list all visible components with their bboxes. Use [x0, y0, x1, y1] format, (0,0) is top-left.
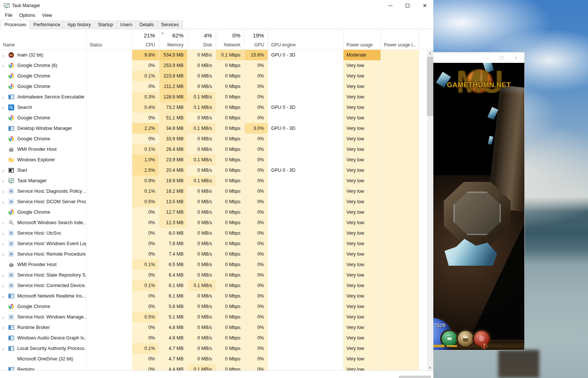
table-row[interactable]: ›Google Chrome0%51.1 MB0 MB/s0 Mbps0%Ver… — [0, 113, 427, 123]
expand-chevron-icon[interactable]: › — [2, 272, 8, 278]
expand-chevron-icon[interactable]: › — [2, 346, 8, 351]
table-row[interactable]: ›Antimalware Service Executable0.3%128.8… — [0, 92, 427, 102]
expand-chevron-icon[interactable]: › — [2, 241, 8, 247]
tab-services[interactable]: Services — [157, 21, 183, 29]
column-header-gpu-engine[interactable]: GPU engine — [268, 29, 343, 49]
close-button[interactable]: ✕ — [416, 0, 433, 11]
column-header-power-usage[interactable]: Power usage — [343, 29, 381, 49]
menu-view[interactable]: View — [39, 13, 55, 18]
table-row[interactable]: ›Microsoft Network Realtime Ins...0%6.1 … — [0, 291, 427, 301]
menu-options[interactable]: Options — [16, 13, 39, 18]
expand-chevron-icon[interactable]: › — [2, 168, 8, 173]
expand-chevron-icon[interactable]: › — [2, 178, 8, 184]
expand-chevron-icon[interactable]: › — [2, 105, 8, 110]
cell-name[interactable]: ›Search — [0, 102, 86, 113]
game-quest-button[interactable] — [442, 331, 457, 347]
scroll-down-icon[interactable]: ∨ — [427, 364, 433, 371]
table-row[interactable]: ›Service Host: Windows Manage...0.5%5.1 … — [0, 312, 427, 322]
expand-chevron-icon[interactable]: › — [2, 63, 8, 68]
table-row[interactable]: ›Google Chrome0%33.9 MB0 MB/s0 Mbps0%Ver… — [0, 134, 427, 144]
cell-name[interactable]: ›Start — [0, 165, 86, 176]
cell-name[interactable]: ›Service Host: Diagnostic Policy ... — [0, 186, 86, 196]
expand-chevron-icon[interactable]: › — [2, 199, 8, 205]
table-row[interactable]: ›Windows Explorer1.0%23.9 MB0.1 MB/s0 Mb… — [0, 155, 427, 165]
expand-chevron-icon[interactable]: › — [2, 325, 8, 330]
table-row[interactable]: ›Microsoft OneDrive (32 bit)0%4.7 MB0 MB… — [0, 354, 427, 364]
cell-name[interactable]: ›Google Chrome — [0, 81, 86, 92]
cell-name[interactable]: ›Runtime Broker — [0, 322, 86, 333]
expand-chevron-icon[interactable]: › — [2, 52, 8, 58]
vertical-scrollbar[interactable]: ∧ ∨ — [427, 50, 433, 371]
cell-name[interactable]: ›Microsoft OneDrive (32 bit) — [0, 354, 86, 364]
table-row[interactable]: ›Service Host: UtcSvc0%8.0 MB0 MB/s0 Mbp… — [0, 228, 427, 238]
expand-chevron-icon[interactable]: › — [2, 231, 8, 236]
table-row[interactable]: ›MUmain (32 bit)9.8%534.5 MB0 MB/s0.1 Mb… — [0, 50, 427, 60]
table-row[interactable]: ›Search0.4%73.2 MB0.1 MB/s0 Mbps0%GPU 0 … — [0, 102, 427, 113]
table-row[interactable]: ›Service Host: Windows Event Log0%7.8 MB… — [0, 238, 427, 249]
table-row[interactable]: ›Google Chrome0%12.7 MB0 MB/s0 Mbps0%Ver… — [0, 207, 427, 217]
table-row[interactable]: ›Service Host: DCOM Server Proc...0.5%13… — [0, 196, 427, 207]
table-row[interactable]: ›Start2.5%20.4 MB0 MB/s0 Mbps0%GPU 0 - 3… — [0, 165, 427, 176]
cell-name[interactable]: ›Google Chrome — [0, 301, 86, 312]
cell-name[interactable]: ›Windows Audio Device Graph Is... — [0, 333, 86, 343]
cell-name[interactable]: ›Google Chrome — [0, 207, 86, 217]
cell-name[interactable]: ›Antimalware Service Executable — [0, 92, 86, 102]
column-header-power-usage-trend[interactable]: Power usage t... — [381, 29, 419, 49]
expand-chevron-icon[interactable]: › — [2, 293, 8, 299]
cell-name[interactable]: ›Registry — [0, 364, 86, 371]
table-row[interactable]: ›Task Manager0.9%19.9 MB0.1 MB/s0 Mbps0%… — [0, 176, 427, 186]
game-minimize-button[interactable]: – — [480, 52, 494, 63]
table-row[interactable]: ›Desktop Window Manager2.2%34.8 MB0.1 MB… — [0, 123, 427, 134]
expand-chevron-icon[interactable]: › — [2, 220, 8, 226]
titlebar[interactable]: Task Manager ✕ — [0, 0, 433, 11]
cell-name[interactable]: ›WMI Provider Host — [0, 259, 86, 270]
cell-name[interactable]: ›Service Host: Windows Manage... — [0, 312, 86, 322]
table-row[interactable]: ›Local Security Authority Process...0.1%… — [0, 343, 427, 354]
tab-processes[interactable]: Processes — [1, 20, 30, 29]
table-row[interactable]: ›Service Host: Diagnostic Policy ...0.1%… — [0, 186, 427, 196]
tab-details[interactable]: Details — [136, 21, 157, 29]
column-header-name[interactable]: Name — [0, 29, 86, 49]
column-header-status[interactable]: Status — [86, 29, 132, 49]
game-maximize-button[interactable] — [494, 52, 509, 63]
scroll-up-icon[interactable]: ∧ — [427, 50, 433, 56]
game-close-button[interactable]: × — [509, 52, 523, 63]
minimize-button[interactable] — [382, 0, 399, 11]
cell-name[interactable]: ›Service Host: DCOM Server Proc... — [0, 196, 86, 207]
cell-name[interactable]: ›Local Security Authority Process... — [0, 343, 86, 354]
column-header-gpu[interactable]: 19%GPU — [244, 29, 268, 49]
cell-name[interactable]: ›Google Chrome — [0, 113, 86, 123]
expand-chevron-icon[interactable]: › — [2, 94, 8, 100]
table-row[interactable]: ›Google Chrome0.1%223.8 MB0 MB/s0 Mbps0%… — [0, 71, 427, 81]
cell-name[interactable]: ›Task Manager — [0, 176, 86, 186]
table-row[interactable]: ›Registry0%4.4 MB0.1 MB/s0 Mbps0%Very lo… — [0, 364, 427, 371]
table-row[interactable]: ›Service Host: Connected Device...0.1%6.… — [0, 280, 427, 291]
table-row[interactable]: ›Google Chrome0%211.2 MB0 MB/s0 Mbps0%Ve… — [0, 81, 427, 92]
cell-name[interactable]: ›Service Host: Connected Device... — [0, 280, 86, 291]
column-header-network[interactable]: 0%Network — [216, 29, 244, 49]
table-row[interactable]: ›WMI Provider Host0.1%6.5 MB0 MB/s0 Mbps… — [0, 259, 427, 270]
expand-chevron-icon[interactable]: › — [2, 314, 8, 320]
cell-name[interactable]: ›Windows Explorer — [0, 155, 86, 165]
table-row[interactable]: ›Windows Audio Device Graph Is...0%4.8 M… — [0, 333, 427, 343]
cell-name[interactable]: ›Google Chrome — [0, 134, 86, 144]
expand-chevron-icon[interactable]: › — [2, 189, 8, 194]
menu-file[interactable]: File — [1, 13, 16, 18]
cell-name[interactable]: ›Microsoft Network Realtime Ins... — [0, 291, 86, 301]
table-row[interactable]: ›Runtime Broker0%4.8 MB0 MB/s0 Mbps0%Ver… — [0, 322, 427, 333]
game-titlebar[interactable]: – × — [433, 52, 524, 63]
end-task-button[interactable] — [399, 376, 431, 378]
cell-name[interactable]: ›Service Host: Remote Procedure... — [0, 249, 86, 259]
cell-name[interactable]: ›Desktop Window Manager — [0, 123, 86, 134]
tab-users[interactable]: Users — [116, 21, 136, 29]
cell-name[interactable]: ›MUmain (32 bit) — [0, 50, 86, 60]
table-row[interactable]: ›Service Host: Remote Procedure...0%7.4 … — [0, 249, 427, 259]
table-row[interactable]: ›Google Chrome (6)0%253.9 MB0 MB/s0 Mbps… — [0, 60, 427, 71]
cell-name[interactable]: ›WMI Provider Host — [0, 144, 86, 155]
tab-startup[interactable]: Startup — [94, 21, 116, 29]
table-row[interactable]: ›Google Chrome0%5.8 MB0 MB/s0 Mbps0%Very… — [0, 301, 427, 312]
expand-chevron-icon[interactable]: › — [2, 252, 8, 257]
column-header-cpu[interactable]: 21%CPU — [132, 29, 159, 49]
table-row[interactable]: ›Microsoft Windows Search Inde...0%12.3 … — [0, 217, 427, 228]
tab-app-history[interactable]: App history — [64, 21, 95, 29]
